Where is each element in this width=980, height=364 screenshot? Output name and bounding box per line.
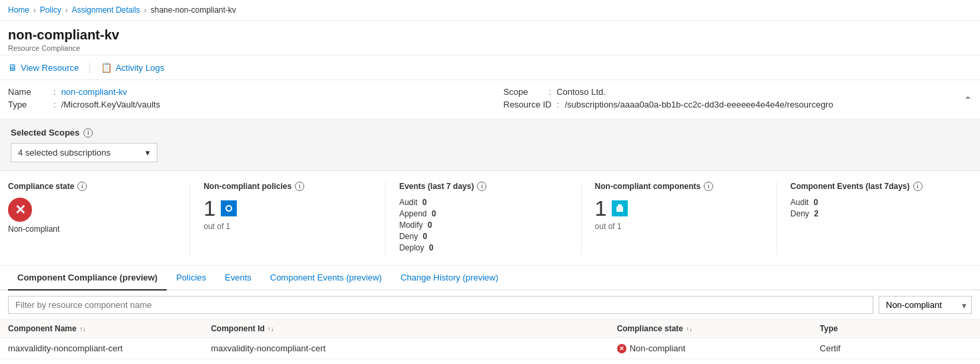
chevron-up-icon: ⌃: [964, 95, 972, 106]
col-header-compliance[interactable]: Compliance state ↑↓: [617, 324, 820, 333]
event-label: Deny: [399, 232, 418, 241]
action-bar: 🖥 View Resource 📋 Activity Logs: [0, 55, 980, 80]
event-label: Modify: [399, 220, 422, 230]
tab-1[interactable]: Policies: [167, 266, 215, 291]
events-block: Events (last 7 days) i Audit 0Append 0Mo…: [385, 182, 580, 254]
svg-rect-0: [616, 206, 623, 212]
scopes-label-text: Selected Scopes: [11, 128, 79, 138]
table-row[interactable]: maxvalidity-noncompliant-cert maxvalidit…: [0, 338, 980, 359]
non-compliant-policies-sub: out of 1: [203, 222, 372, 231]
event-label: Audit: [399, 198, 417, 207]
col-header-id[interactable]: Component Id ↑↓: [211, 324, 616, 333]
details-right: Scope : Contoso Ltd. Resource ID : /subs…: [477, 87, 973, 112]
breadcrumb: Home › Policy › Assignment Details › sha…: [0, 0, 980, 21]
svg-rect-1: [618, 204, 622, 207]
component-events-label: Component Events (last 7days): [791, 182, 910, 191]
detail-type-row: Type : /Microsoft.KeyVault/vaults: [8, 100, 477, 110]
scope-dropdown-value: 4 selected subscriptions: [18, 148, 111, 158]
tabs-section: Component Compliance (preview)PoliciesEv…: [0, 266, 980, 291]
breadcrumb-policy[interactable]: Policy: [40, 5, 61, 15]
compliance-state-info-icon[interactable]: i: [77, 182, 87, 191]
name-sep: :: [53, 87, 56, 97]
tab-2[interactable]: Events: [215, 266, 261, 291]
event-row: Deploy 0: [399, 243, 567, 252]
scopes-label: Selected Scopes i: [11, 128, 969, 138]
event-value: 0: [420, 198, 427, 207]
non-compliant-components-info-icon[interactable]: i: [704, 182, 713, 191]
page-subtitle: Resource Compliance: [8, 44, 972, 52]
breadcrumb-sep-3: ›: [144, 6, 147, 14]
event-row: Append 0: [399, 209, 567, 218]
non-compliant-policies-block: Non-compliant policies i 1 out of 1: [189, 182, 385, 254]
policy-icon: [221, 200, 237, 216]
non-compliant-components-sub: out of 1: [595, 222, 763, 231]
cell-component-id: maxvalidity-noncompliant-cert: [211, 343, 616, 353]
compliance-filter-select[interactable]: Non-compliantCompliantAll: [879, 296, 972, 314]
table-section: Component Name ↑↓ Component Id ↑↓ Compli…: [0, 320, 980, 359]
cell-compliance-state: ✕ Non-compliant: [617, 343, 820, 353]
col-sort-name-icon[interactable]: ↑↓: [79, 325, 86, 333]
type-label: Type: [8, 100, 48, 110]
col-sort-id-icon[interactable]: ↑↓: [268, 325, 274, 333]
component-events-info-icon[interactable]: i: [913, 182, 923, 191]
events-info-icon[interactable]: i: [477, 182, 486, 191]
events-list: Audit 0Append 0Modify 0Deny 0Deploy 0: [399, 198, 567, 252]
detail-name-row: Name : non-compliant-kv: [8, 87, 477, 97]
component-name-filter-input[interactable]: [8, 296, 873, 314]
non-compliant-icon: ✕: [8, 198, 32, 222]
view-resource-icon: 🖥: [8, 62, 17, 73]
table-body: maxvalidity-noncompliant-cert maxvalidit…: [0, 338, 980, 359]
activity-logs-button[interactable]: 📋 Activity Logs: [101, 59, 164, 75]
events-title: Events (last 7 days) i: [399, 182, 567, 191]
detail-resource-id-row: Resource ID : /subscriptions/aaaa0a0a-bb…: [504, 100, 973, 110]
compliance-state-text: Non-compliant: [630, 343, 686, 353]
resource-id-label: Resource ID: [504, 100, 552, 110]
activity-logs-icon: 📋: [101, 62, 112, 73]
compliance-filter-wrapper: Non-compliantCompliantAll: [879, 296, 972, 314]
scope-label: Scope: [504, 87, 544, 97]
table-header: Component Name ↑↓ Component Id ↑↓ Compli…: [0, 320, 980, 338]
scope-value: Contoso Ltd.: [556, 87, 606, 97]
component-event-value: 2: [812, 209, 819, 218]
component-event-row: Audit 0: [791, 198, 959, 207]
tab-4[interactable]: Change History (preview): [391, 266, 508, 291]
event-value: 0: [426, 220, 432, 230]
event-value: 0: [430, 209, 436, 218]
compliance-state-title: Compliance state i: [8, 182, 176, 191]
component-events-block: Component Events (last 7days) i Audit 0D…: [777, 182, 972, 254]
breadcrumb-home[interactable]: Home: [8, 5, 29, 15]
component-event-label: Audit: [791, 198, 809, 207]
non-compliant-components-block: Non-compliant components i 1 out of 1: [581, 182, 777, 254]
collapse-button[interactable]: ⌃: [964, 95, 972, 106]
details-section: Name : non-compliant-kv Type : /Microsof…: [0, 80, 980, 120]
tab-0[interactable]: Component Compliance (preview): [8, 266, 167, 291]
col-sort-compliance-icon[interactable]: ↑↓: [686, 325, 692, 333]
col-header-type[interactable]: Type: [820, 324, 972, 333]
col-header-name[interactable]: Component Name ↑↓: [8, 324, 211, 333]
non-compliant-policies-info-icon[interactable]: i: [295, 182, 304, 191]
view-resource-button[interactable]: 🖥 View Resource: [8, 59, 79, 75]
stats-section: Compliance state i ✕ Non-compliant Non-c…: [0, 171, 980, 266]
page-header: non-compliant-kv Resource Compliance: [0, 21, 980, 55]
component-events-title: Component Events (last 7days) i: [791, 182, 959, 191]
event-label: Deploy: [399, 243, 424, 252]
tab-3[interactable]: Component Events (preview): [261, 266, 392, 291]
type-value: /Microsoft.KeyVault/vaults: [61, 100, 161, 110]
non-compliant-components-label: Non-compliant components: [595, 182, 701, 191]
event-value: 0: [420, 232, 427, 241]
scope-sep: :: [549, 87, 552, 97]
scopes-info-icon[interactable]: i: [83, 128, 93, 138]
component-icon: [612, 200, 628, 216]
breadcrumb-assignment-details[interactable]: Assignment Details: [71, 5, 140, 15]
compliance-error-icon: ✕: [617, 344, 626, 353]
non-compliant-policies-main: 1: [203, 198, 372, 219]
detail-scope-row: Scope : Contoso Ltd.: [504, 87, 973, 97]
non-compliant-policies-number: 1: [203, 198, 215, 219]
page-title: non-compliant-kv: [8, 27, 972, 43]
name-value[interactable]: non-compliant-kv: [61, 87, 127, 97]
details-left: Name : non-compliant-kv Type : /Microsof…: [8, 87, 477, 112]
col-header-compliance-label: Compliance state: [617, 324, 683, 333]
type-sep: :: [53, 100, 56, 110]
component-event-label: Deny: [791, 209, 809, 218]
scope-dropdown[interactable]: 4 selected subscriptions ▾: [11, 143, 157, 162]
